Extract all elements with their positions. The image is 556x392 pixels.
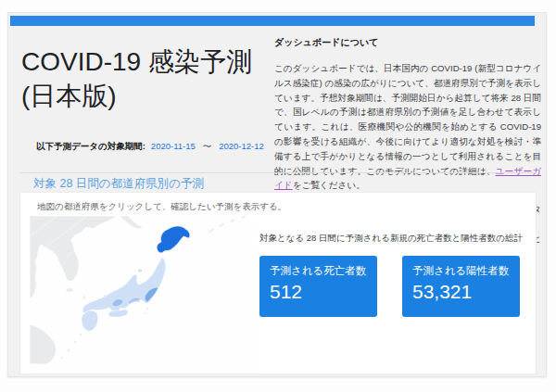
section-divider: [19, 172, 537, 173]
period-start-date[interactable]: 2020-11-15: [151, 141, 196, 151]
island-izu-2[interactable]: [145, 312, 146, 314]
stats-heading: 対象となる 28 日間に予測される新規の死亡者数と陽性者数の総計: [259, 233, 532, 245]
island-oki[interactable]: [103, 295, 106, 297]
prefecture-forecast-heading: 対象 28 日間の都道府県別の予測: [33, 176, 204, 192]
period-end-date[interactable]: 2020-12-12: [219, 141, 264, 151]
map-instruction-text: 地図の都道府県をクリックして、確認したい予測を表示する。: [37, 201, 286, 213]
predicted-cases-value: 53,321: [412, 281, 510, 303]
forecast-period-row: 以下予測データの対象期間:2020-11-15〜2020-12-12: [36, 141, 264, 153]
page-title-line2: (日本版): [21, 79, 252, 113]
island-ryukyu-4[interactable]: [61, 357, 63, 359]
island-sado[interactable]: [137, 269, 142, 272]
stat-boxes: 予測される死亡者数 512 予測される陽性者数 53,321: [259, 256, 532, 317]
predicted-deaths-label: 予測される死亡者数: [270, 264, 367, 277]
island-izu-1[interactable]: [146, 308, 148, 310]
predicted-cases-box: 予測される陽性者数 53,321: [402, 256, 520, 317]
predicted-deaths-value: 512: [270, 281, 367, 303]
predicted-cases-label: 予測される陽性者数: [412, 264, 510, 277]
island-ryukyu-1[interactable]: [80, 334, 82, 335]
page-title: COVID-19 感染予測 (日本版): [21, 44, 252, 113]
forecast-map-card: 地図の都道府県をクリックして、確認したい予測を表示する。: [19, 192, 537, 374]
about-heading: ダッシュボードについて: [274, 36, 541, 49]
period-label: 以下予測データの対象期間:: [36, 141, 145, 151]
predicted-deaths-box: 予測される死亡者数 512: [259, 256, 377, 317]
about-paragraph-1-text: このダッシュボードでは、日本国内の COVID-19 (新型コロナウイルス感染症…: [274, 63, 541, 176]
japan-prefecture-map[interactable]: [30, 216, 254, 372]
island-ryukyu-2[interactable]: [74, 341, 76, 343]
stats-panel: 対象となる 28 日間に予測される新規の死亡者数と陽性者数の総計 予測される死亡…: [259, 233, 532, 317]
period-separator: 〜: [203, 141, 212, 151]
top-accent-bar: [10, 16, 535, 26]
page-title-line1: COVID-19 感染予測: [21, 44, 252, 79]
dashboard-page: COVID-19 感染予測 (日本版) 以下予測データの対象期間:2020-11…: [7, 12, 547, 377]
about-paragraph-1-tail: をご覧ください。: [293, 180, 365, 190]
island-ryukyu-3[interactable]: [68, 349, 70, 352]
